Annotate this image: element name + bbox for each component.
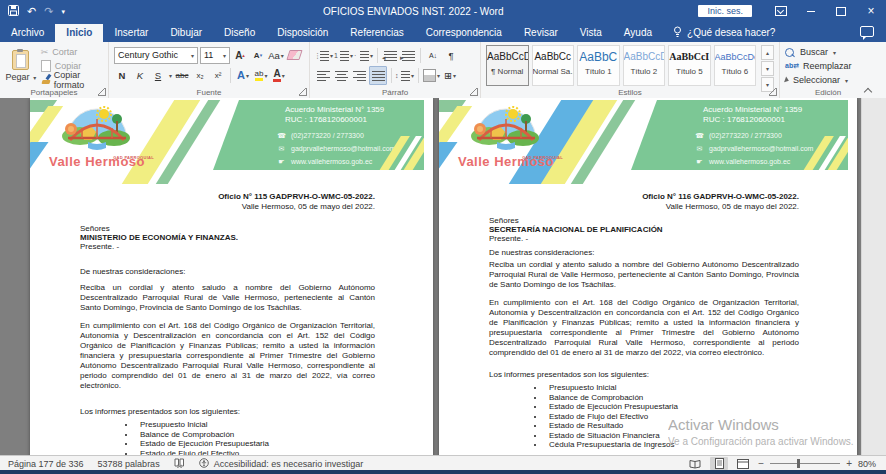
tab-correspondencia[interactable]: Correspondencia bbox=[415, 24, 513, 42]
tab-revisar[interactable]: Revisar bbox=[513, 24, 569, 42]
copy-icon bbox=[41, 60, 51, 72]
paragraph-dialog-launcher[interactable] bbox=[470, 88, 478, 96]
align-center-button[interactable] bbox=[333, 67, 349, 84]
tell-me-search[interactable]: ¿Qué desea hacer? bbox=[663, 26, 785, 42]
tab-ayuda[interactable]: Ayuda bbox=[613, 24, 663, 42]
paste-button[interactable]: Pegar ▾ bbox=[5, 45, 37, 87]
tab-dibujar[interactable]: Dibujar bbox=[159, 24, 213, 42]
select-cursor-icon bbox=[784, 76, 790, 83]
tab-referencias[interactable]: Referencias bbox=[339, 24, 414, 42]
proofing-icon[interactable] bbox=[174, 458, 185, 470]
clipboard-dialog-launcher[interactable] bbox=[98, 88, 106, 96]
tab-diseno[interactable]: Diseño bbox=[213, 24, 266, 42]
style-titulo-1[interactable]: AaBbC Título 1 bbox=[577, 45, 620, 86]
read-mode-button[interactable] bbox=[686, 457, 704, 470]
restore-button[interactable] bbox=[826, 0, 856, 22]
zoom-level[interactable]: 80% bbox=[858, 459, 876, 469]
font-dialog-launcher[interactable] bbox=[299, 88, 307, 96]
tab-insertar[interactable]: Insertar bbox=[103, 24, 159, 42]
page-2[interactable]: Valle HermosoGAD PARROQUIAL Acuerdo Mini… bbox=[439, 98, 857, 455]
justify-button[interactable] bbox=[369, 66, 387, 85]
subscript-button[interactable]: x₂ bbox=[192, 67, 208, 84]
page-1[interactable]: Valle HermosoGAD PARROQUIAL Acuerdo Mini… bbox=[30, 98, 433, 455]
collapse-ribbon-button[interactable] bbox=[865, 87, 872, 94]
undo-icon[interactable]: ↶ bbox=[27, 6, 36, 17]
letter-body[interactable]: Oficio N° 116 GADPRVH-O-WMC-05-2022. Val… bbox=[439, 184, 857, 450]
text-effects-button[interactable]: A▾ bbox=[235, 67, 251, 84]
style-label: Título 6 bbox=[715, 67, 756, 76]
gad-valle-hermoso-logo: Valle HermosoGAD PARROQUIAL bbox=[42, 102, 152, 168]
save-icon[interactable] bbox=[8, 5, 19, 18]
strikethrough-button[interactable]: abc bbox=[174, 67, 190, 84]
date-line: Valle Hermoso, 05 de mayo del 2022. bbox=[80, 202, 375, 212]
close-button[interactable]: × bbox=[856, 0, 886, 22]
minimize-button[interactable] bbox=[796, 0, 826, 22]
style-normal[interactable]: AaBbCcD ¶ Normal bbox=[486, 45, 529, 86]
replace-button[interactable]: ab⇄ Reemplazar bbox=[785, 59, 871, 73]
zoom-out-button[interactable]: − bbox=[758, 458, 764, 469]
qat-customize-icon[interactable]: ▾ bbox=[61, 6, 65, 17]
align-right-button[interactable] bbox=[351, 67, 367, 84]
chevron-down-icon: ▾ bbox=[453, 72, 456, 79]
cut-button[interactable]: ✂ Cortar bbox=[41, 45, 103, 58]
styles-dialog-launcher[interactable] bbox=[769, 88, 777, 96]
sort-button[interactable]: A↓ bbox=[425, 47, 441, 64]
zoom-slider-thumb[interactable] bbox=[797, 459, 800, 468]
style-titulo-2[interactable]: AaBbCcD Título 2 bbox=[623, 45, 666, 86]
borders-button[interactable]: ⊞▾ bbox=[442, 67, 458, 84]
sign-in-button[interactable]: Inic. ses. bbox=[698, 5, 752, 17]
vertical-scrollbar[interactable] bbox=[861, 98, 886, 455]
style-titulo-6[interactable]: AaBbCcDc Título 6 bbox=[714, 45, 757, 86]
brand-wordmark: Valle HermosoGAD PARROQUIAL bbox=[42, 156, 152, 168]
ribbon-display-options-button[interactable] bbox=[766, 0, 796, 22]
change-case-button[interactable]: Aa▾ bbox=[268, 47, 284, 64]
increase-indent-button[interactable]: ▸ bbox=[400, 47, 416, 64]
styles-scroll-up[interactable]: ▴ bbox=[761, 45, 774, 60]
clear-formatting-button[interactable] bbox=[286, 47, 302, 64]
font-size-combobox[interactable]: 11 ▾ bbox=[200, 47, 230, 64]
tab-inicio[interactable]: Inicio bbox=[55, 24, 103, 42]
zoom-in-button[interactable]: + bbox=[846, 458, 852, 469]
email-text: gadprvallehermoso@hotmail.com bbox=[291, 144, 395, 153]
bullets-button[interactable]: ⋮▾ bbox=[315, 47, 333, 64]
decrease-indent-button[interactable]: ◂ bbox=[382, 47, 398, 64]
font-color-button[interactable]: A▾ bbox=[271, 67, 287, 84]
styles-scroll-down[interactable]: ▾ bbox=[761, 61, 774, 76]
find-button[interactable]: Buscar ▾ bbox=[785, 45, 871, 59]
grow-font-button[interactable]: A▴ bbox=[232, 47, 248, 64]
comments-icon[interactable] bbox=[860, 26, 874, 37]
italic-button[interactable]: K bbox=[132, 67, 148, 84]
underline-button[interactable]: S bbox=[150, 67, 166, 84]
style-normal-sa[interactable]: AaBbCc Normal Sa... bbox=[532, 45, 575, 86]
superscript-button[interactable]: x² bbox=[210, 67, 226, 84]
tab-archivo[interactable]: Archivo bbox=[0, 24, 55, 42]
line-spacing-button[interactable]: ↕▾ bbox=[396, 67, 414, 84]
show-marks-button[interactable]: ¶ bbox=[443, 47, 459, 64]
accessibility-status[interactable]: Accesibilidad: es necesario investigar bbox=[214, 459, 364, 469]
shrink-font-button[interactable]: A▾ bbox=[250, 47, 266, 64]
shading-button[interactable]: ▾ bbox=[423, 67, 440, 84]
select-button[interactable]: Seleccionar ▾ bbox=[785, 73, 871, 87]
chevron-down-icon[interactable]: ▾ bbox=[169, 72, 172, 79]
multilevel-list-button[interactable]: ·▾ bbox=[355, 47, 373, 64]
format-painter-button[interactable]: Copiar formato bbox=[41, 73, 103, 86]
bold-button[interactable]: N bbox=[114, 67, 130, 84]
minimize-icon bbox=[807, 11, 815, 12]
highlight-color-button[interactable]: ab▾ bbox=[253, 67, 269, 84]
align-left-button[interactable] bbox=[315, 67, 331, 84]
website-text: www.vallehermoso.gob.ec bbox=[709, 157, 790, 166]
zoom-slider[interactable] bbox=[770, 463, 840, 464]
tab-vista[interactable]: Vista bbox=[569, 24, 613, 42]
paste-label: Pegar bbox=[6, 72, 30, 82]
tab-disposicion[interactable]: Disposición bbox=[266, 24, 339, 42]
style-titulo-5[interactable]: AaBbCcI Título 5 bbox=[668, 45, 711, 86]
page-indicator[interactable]: Página 177 de 336 bbox=[8, 459, 84, 469]
accessibility-icon[interactable] bbox=[199, 458, 209, 470]
numbering-button[interactable]: 1▾ bbox=[335, 47, 353, 64]
word-count[interactable]: 53788 palabras bbox=[98, 459, 160, 469]
web-layout-button[interactable] bbox=[734, 457, 752, 470]
print-layout-button[interactable] bbox=[710, 457, 728, 470]
document-canvas[interactable]: Valle HermosoGAD PARROQUIAL Acuerdo Mini… bbox=[0, 98, 886, 455]
letter-body[interactable]: Oficio N° 115 GADPRVH-O-WMC-05-2022. Val… bbox=[30, 184, 433, 455]
font-name-combobox[interactable]: Century Gothic ▾ bbox=[114, 47, 198, 64]
